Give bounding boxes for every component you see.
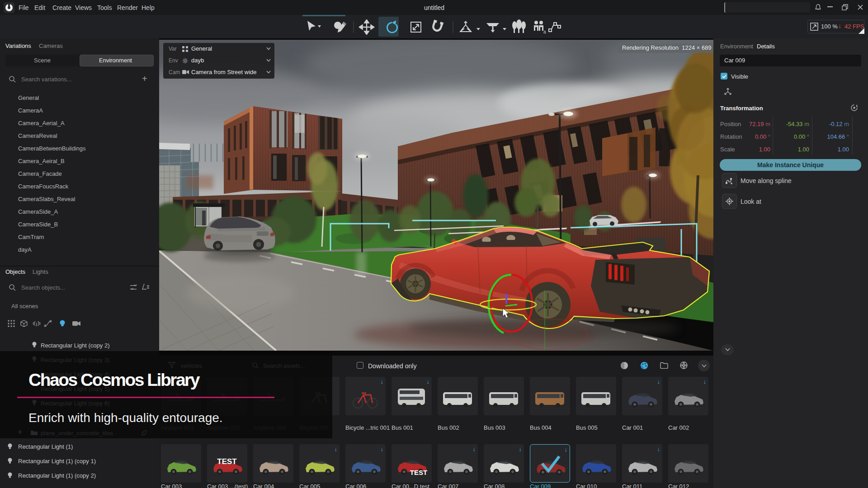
svg-text:TEST: TEST (217, 457, 237, 466)
svg-text:a: a (543, 29, 546, 34)
svg-text:TEST: TEST (410, 469, 427, 476)
